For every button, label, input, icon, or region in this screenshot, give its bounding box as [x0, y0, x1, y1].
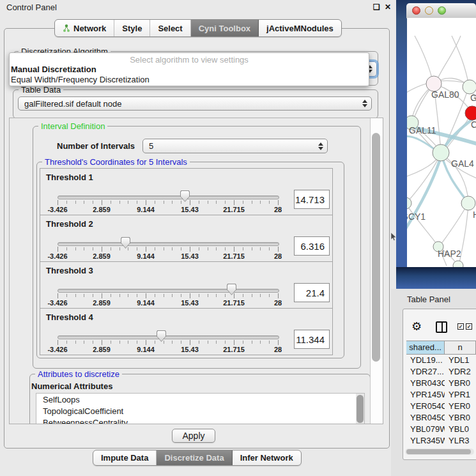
tab-label: Cyni Toolbox — [199, 24, 250, 33]
list-item[interactable]: TopologicalCoefficient — [36, 405, 364, 417]
major-tick — [190, 293, 190, 298]
tab-label: jActiveMNodules — [266, 24, 334, 33]
scale-label: 9.144 — [137, 252, 155, 260]
table-cell[interactable]: YBR043C — [406, 378, 445, 389]
close-icon[interactable]: ✕ — [385, 3, 391, 12]
hscroll-thumb[interactable] — [406, 449, 471, 454]
network-node[interactable] — [453, 261, 463, 267]
scrollbar-thumb[interactable] — [372, 133, 380, 362]
major-tick — [146, 293, 146, 298]
slider-track[interactable] — [58, 335, 279, 339]
zoom-traffic-light-icon[interactable] — [438, 6, 446, 15]
top-tab-bar: NetworkStyleSelectCyni ToolboxjActiveMNo… — [54, 19, 342, 37]
network-edge — [440, 204, 468, 245]
major-tick — [234, 200, 234, 205]
network-node[interactable] — [461, 196, 475, 210]
network-view[interactable]: GAL80GACGAL11GAL4GCY1HHAP2 — [407, 18, 476, 267]
network-node[interactable] — [463, 80, 476, 94]
list-scrollbar[interactable] — [356, 394, 364, 424]
table-row[interactable]: YDL19...YDL1 — [406, 355, 476, 366]
node-label: GA — [470, 93, 476, 103]
table-cell[interactable]: YBR0 — [445, 378, 476, 389]
table-cell[interactable]: YLR3 — [445, 435, 476, 447]
table-row[interactable]: YBL079WYBL0 — [406, 424, 476, 435]
tab-select[interactable]: Select — [150, 20, 190, 36]
window-bottom-frame — [396, 267, 476, 289]
scale-label: -3.426 — [47, 299, 67, 307]
table-cell[interactable]: YDR27... — [406, 366, 445, 378]
columns-icon[interactable] — [436, 321, 447, 333]
major-tick — [278, 200, 279, 205]
popup-item-equal-width[interactable]: Equal Width/Frequency Discretization — [11, 75, 150, 84]
popup-item-manual[interactable]: Manual Discretization — [11, 65, 96, 74]
table-cell[interactable]: YBL0 — [445, 424, 476, 435]
gear-icon[interactable]: ⚙ — [411, 319, 422, 334]
numerical-attributes-list[interactable]: SelfLoopsTopologicalCoefficientBetweenne… — [36, 393, 365, 424]
slider-track[interactable] — [58, 242, 279, 246]
table-cell[interactable]: YBR045C — [406, 412, 445, 424]
node-label: C — [471, 119, 476, 130]
node-label: GAL11 — [409, 125, 436, 135]
mouse-cursor — [390, 233, 397, 242]
intervals-spinner[interactable]: 5 — [142, 139, 328, 153]
slider-track[interactable] — [58, 289, 279, 293]
tab-cyni-toolbox[interactable]: Cyni Toolbox — [191, 20, 259, 36]
tab-network[interactable]: Network — [55, 20, 114, 36]
float-window-icon[interactable]: ❑ — [373, 3, 380, 12]
major-tick — [278, 247, 279, 252]
table-row[interactable]: YER054CYER0 — [406, 401, 476, 412]
table-cell[interactable]: YBL079W — [406, 424, 445, 435]
tab-impute-data[interactable]: Impute Data — [93, 450, 157, 465]
table-cell[interactable]: YPR145W — [406, 389, 445, 401]
settings-scrollbar[interactable] — [370, 118, 383, 424]
table-data-title: Table Data — [19, 85, 63, 95]
tab-infer-network[interactable]: Infer Network — [233, 450, 301, 465]
table-row[interactable]: YLR345WYLR3 — [406, 435, 476, 447]
tab-discretize-data[interactable]: Discretize Data — [157, 450, 232, 465]
scale-label: 15.43 — [181, 252, 199, 260]
tab-jactivemnodules[interactable]: jActiveMNodules — [259, 20, 341, 36]
network-edge — [436, 36, 461, 83]
table-cell[interactable]: YBR0 — [445, 412, 476, 424]
list-item[interactable]: BetweennessCentrality — [36, 417, 364, 424]
checkbox-icon[interactable]: ✓ — [457, 323, 464, 330]
close-traffic-light-icon[interactable] — [412, 6, 420, 15]
scale-label: 9.144 — [137, 346, 155, 353]
network-node[interactable] — [465, 106, 476, 120]
checkbox-icon[interactable]: ✓ — [466, 323, 472, 330]
table-hscrollbar[interactable] — [405, 449, 474, 455]
node-table[interactable]: shared...nYDL19...YDL1YDR27...YDR2YBR043… — [406, 341, 476, 449]
slider-track[interactable] — [58, 196, 279, 199]
major-tick — [190, 247, 190, 252]
node-label: GAL80 — [431, 89, 459, 100]
column-header[interactable]: n — [445, 341, 476, 354]
threshold-label: Threshold 1 — [46, 173, 93, 182]
table-row[interactable]: YPR145WYPR1 — [406, 389, 476, 401]
threshold-value-field[interactable]: 14.713 — [294, 190, 330, 209]
table-cell[interactable]: YDL19... — [406, 355, 445, 366]
table-cell[interactable]: YLR345W — [406, 435, 445, 447]
table-cell[interactable]: YDR2 — [445, 366, 476, 378]
table-cell[interactable]: YER0 — [445, 401, 476, 412]
table-cell[interactable]: YDL1 — [445, 355, 476, 366]
threshold-value-field[interactable]: 6.316 — [294, 236, 330, 256]
intervals-label: Number of Intervals — [57, 141, 135, 151]
network-node[interactable] — [407, 197, 411, 209]
table-data-select[interactable]: galFiltered.sif default node — [18, 96, 372, 111]
network-window-titlebar[interactable] — [406, 3, 476, 19]
column-header[interactable]: shared... — [406, 341, 445, 354]
list-item[interactable]: SelfLoops — [36, 394, 364, 405]
network-node[interactable] — [433, 144, 449, 161]
table-cell[interactable]: YER054C — [406, 401, 445, 412]
table-row[interactable]: YDR27...YDR2 — [406, 366, 476, 378]
threshold-value-field[interactable]: 21.4 — [294, 283, 330, 302]
table-row[interactable]: YBR043CYBR0 — [406, 378, 476, 389]
table-cell[interactable]: YPR1 — [445, 389, 476, 401]
minimize-traffic-light-icon[interactable] — [425, 6, 433, 15]
table-row[interactable]: YBR045CYBR0 — [406, 412, 476, 424]
apply-button[interactable]: Apply — [172, 429, 215, 443]
major-tick — [146, 340, 146, 345]
threshold-value-field[interactable]: 11.344 — [294, 330, 330, 349]
node-label: GCY1 — [407, 211, 426, 222]
tab-style[interactable]: Style — [114, 20, 150, 36]
